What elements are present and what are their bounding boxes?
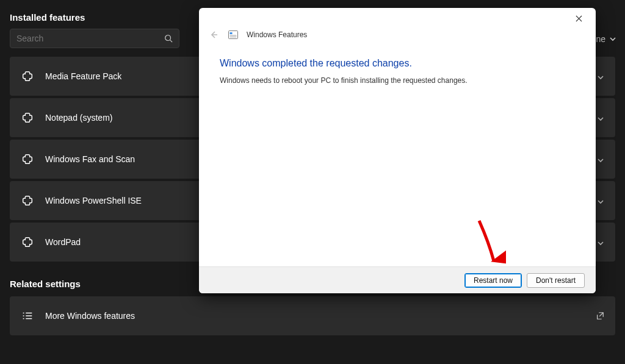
dont-restart-button[interactable]: Don't restart bbox=[527, 273, 585, 288]
svg-point-0 bbox=[165, 35, 171, 41]
puzzle-icon bbox=[21, 235, 34, 249]
windows-features-dialog: Windows Features Windows completed the r… bbox=[199, 8, 596, 293]
dialog-title: Windows Features bbox=[247, 30, 307, 39]
back-arrow-icon bbox=[208, 29, 220, 41]
svg-rect-12 bbox=[230, 32, 233, 34]
puzzle-icon bbox=[21, 70, 34, 83]
dialog-message: Windows needs to reboot your PC to finis… bbox=[220, 76, 575, 85]
chevron-down-icon bbox=[597, 197, 604, 204]
related-item-more-features[interactable]: More Windows features bbox=[10, 296, 615, 335]
close-button[interactable] bbox=[566, 9, 591, 28]
dialog-body: Windows completed the requested changes.… bbox=[199, 46, 596, 266]
svg-rect-14 bbox=[230, 37, 237, 37]
search-icon bbox=[164, 34, 173, 43]
list-icon bbox=[21, 309, 34, 323]
chevron-down-icon bbox=[597, 238, 604, 246]
puzzle-icon bbox=[21, 152, 34, 166]
search-box[interactable] bbox=[10, 29, 179, 48]
partial-truncated-item: ne bbox=[596, 34, 616, 44]
windows-features-icon bbox=[228, 30, 238, 40]
chevron-down-icon bbox=[597, 73, 604, 80]
search-input[interactable] bbox=[16, 34, 164, 43]
puzzle-icon bbox=[21, 111, 34, 124]
chevron-down-icon bbox=[597, 155, 604, 163]
related-label: More Windows features bbox=[45, 311, 585, 321]
dialog-footer: Restart now Don't restart bbox=[199, 266, 596, 293]
chevron-down-icon bbox=[597, 114, 604, 121]
dialog-titlebar bbox=[199, 8, 596, 29]
dialog-header: Windows Features bbox=[199, 29, 596, 46]
external-link-icon bbox=[596, 312, 604, 320]
svg-line-1 bbox=[170, 40, 173, 43]
svg-rect-11 bbox=[229, 31, 238, 39]
svg-rect-13 bbox=[230, 35, 237, 36]
dialog-heading: Windows completed the requested changes. bbox=[220, 58, 575, 69]
restart-now-button[interactable]: Restart now bbox=[464, 273, 522, 288]
puzzle-icon bbox=[21, 194, 34, 207]
